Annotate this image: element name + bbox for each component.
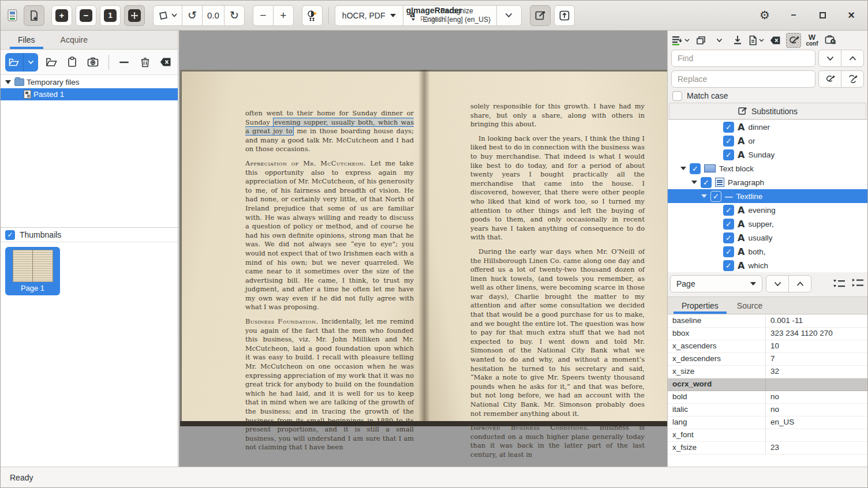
open-folder-button[interactable] — [44, 54, 59, 71]
rotate-mode-dropdown[interactable] — [153, 5, 182, 26]
zoom-in-button[interactable]: + — [51, 5, 72, 26]
property-row[interactable]: boldno — [668, 391, 867, 404]
minimize-button[interactable]: – — [783, 5, 804, 25]
output-mode-dropdown[interactable]: hOCR, PDF — [335, 5, 403, 26]
image-controls-button[interactable] — [302, 5, 323, 26]
word-checkbox[interactable]: ✓ — [723, 149, 734, 160]
textline-checkbox[interactable]: ✓ — [710, 191, 721, 202]
find-prev-button[interactable] — [841, 50, 864, 67]
word-icon: A — [738, 246, 744, 257]
rotate-left-button[interactable]: ↺ — [182, 5, 203, 26]
toggle-output-pane-button[interactable] — [530, 5, 551, 26]
property-row[interactable]: x_size32 — [668, 366, 867, 378]
tree-row-textline[interactable]: ✓ — Textline — [668, 189, 867, 203]
save-output-button[interactable] — [730, 33, 745, 48]
tab-acquire[interactable]: Acquire — [50, 31, 98, 49]
tree-row-word[interactable]: ✓ A dinner — [668, 120, 867, 134]
add-images-split-button[interactable] — [5, 53, 38, 72]
tree-row-word[interactable]: ✓ A evening — [668, 203, 867, 217]
close-button[interactable]: × — [841, 5, 862, 25]
word-checkbox[interactable]: ✓ — [723, 219, 734, 230]
remove-source-button[interactable] — [117, 54, 132, 71]
tree-row-word[interactable]: ✓ A Sunday — [668, 148, 867, 162]
image-canvas[interactable]: often went to their home for Sunday dinn… — [179, 31, 667, 467]
scanned-book-image[interactable]: often went to their home for Sunday dinn… — [180, 70, 667, 426]
tree-row-text-block[interactable]: ✓ Text block — [668, 162, 867, 175]
property-row[interactable]: x_ascenders10 — [668, 340, 867, 353]
tree-row-word[interactable]: ✓ A which — [668, 258, 867, 272]
replace-input[interactable] — [671, 70, 815, 88]
tab-source[interactable]: Source — [728, 297, 772, 314]
export-output-dropdown[interactable] — [749, 33, 764, 48]
property-row[interactable]: x_font — [668, 429, 867, 442]
zoom-original-button[interactable]: 1 — [100, 5, 121, 26]
recognize-dropdown[interactable] — [496, 5, 522, 26]
preview-toggle[interactable] — [823, 33, 838, 48]
thumbnails-checkbox[interactable]: ✓ — [5, 230, 15, 240]
substitutions-button[interactable]: Substitutions — [669, 103, 866, 119]
open-output-button[interactable] — [554, 5, 575, 26]
property-row[interactable]: italicno — [668, 404, 867, 416]
postprocess-dropdown[interactable] — [712, 33, 727, 48]
tree-row-word[interactable]: ✓ A both, — [668, 245, 867, 258]
block-checkbox[interactable]: ✓ — [690, 163, 701, 174]
replace-button[interactable] — [818, 70, 841, 88]
expander-icon[interactable] — [701, 194, 707, 198]
paste-button[interactable] — [65, 54, 80, 71]
word-checkbox[interactable]: ✓ — [723, 122, 734, 133]
tree-row-pasted-1[interactable]: Pasted 1 — [1, 88, 178, 100]
expander-icon[interactable] — [691, 181, 697, 184]
paragraph-checkbox[interactable]: ✓ — [701, 177, 712, 188]
find-replace-toggle[interactable] — [786, 33, 801, 48]
expander-icon[interactable] — [5, 80, 11, 84]
thumbnail-page-1[interactable]: Page 1 — [5, 247, 60, 295]
add-images-button[interactable] — [5, 53, 23, 72]
find-input[interactable] — [671, 50, 815, 67]
expand-all-button[interactable] — [832, 276, 847, 291]
word-checkbox[interactable]: ✓ — [723, 232, 734, 243]
tree-row-word[interactable]: ✓ A supper, — [668, 217, 867, 231]
screenshot-button[interactable] — [85, 54, 100, 71]
rotation-angle-value[interactable]: 0.0 — [202, 5, 225, 26]
next-item-button[interactable] — [766, 275, 789, 292]
clear-output-button[interactable] — [768, 33, 783, 48]
find-next-button[interactable] — [818, 50, 841, 67]
word-checkbox[interactable]: ✓ — [723, 205, 734, 216]
zoom-out-button[interactable]: − — [76, 5, 96, 26]
collapse-all-button[interactable] — [850, 276, 865, 291]
zoom-fit-button[interactable] — [124, 5, 145, 26]
paste-page-button[interactable] — [24, 5, 44, 26]
maximize-button[interactable] — [812, 5, 833, 25]
delete-source-button[interactable] — [137, 54, 152, 71]
paragraph: solely responsible for this growth. I ha… — [470, 102, 645, 129]
property-row[interactable]: x_descenders7 — [668, 353, 867, 366]
word-checkbox[interactable]: ✓ — [723, 246, 734, 257]
insert-mode-dropdown[interactable] — [671, 33, 690, 48]
match-case-checkbox[interactable] — [672, 91, 682, 101]
clear-sources-button[interactable] — [158, 54, 173, 71]
postprocess-button[interactable] — [693, 33, 708, 48]
replace-all-button[interactable] — [841, 70, 864, 88]
show-confidence-toggle[interactable]: W conf — [805, 33, 820, 48]
rotate-right-button[interactable]: ↻ — [224, 5, 245, 26]
tab-properties[interactable]: Properties — [672, 297, 728, 314]
prev-item-button[interactable] — [788, 275, 811, 292]
folder-icon — [14, 78, 24, 86]
tree-row-paragraph[interactable]: ✓ Paragraph — [668, 175, 867, 189]
decrease-button[interactable]: − — [253, 5, 274, 26]
property-row[interactable]: langen_US — [668, 416, 867, 429]
property-row[interactable]: x_fsize23 — [668, 442, 867, 455]
word-checkbox[interactable]: ✓ — [723, 136, 734, 147]
property-row[interactable]: bbox323 234 1120 270 — [668, 328, 867, 340]
increase-button[interactable]: + — [273, 5, 294, 26]
tree-row-word[interactable]: ✓ A or — [668, 134, 867, 148]
expander-icon[interactable] — [680, 167, 686, 170]
settings-button[interactable]: ⚙ — [754, 5, 775, 25]
tab-files[interactable]: Files — [8, 31, 46, 49]
page-level-combo[interactable]: Page — [670, 275, 762, 292]
word-checkbox[interactable]: ✓ — [723, 260, 734, 271]
property-row[interactable]: baseline0.001 -11 — [668, 315, 867, 328]
tree-row-temporary-files[interactable]: Temporary files — [1, 76, 178, 88]
tree-row-word[interactable]: ✓ A usually — [668, 231, 867, 245]
add-images-dropdown[interactable] — [23, 53, 38, 72]
